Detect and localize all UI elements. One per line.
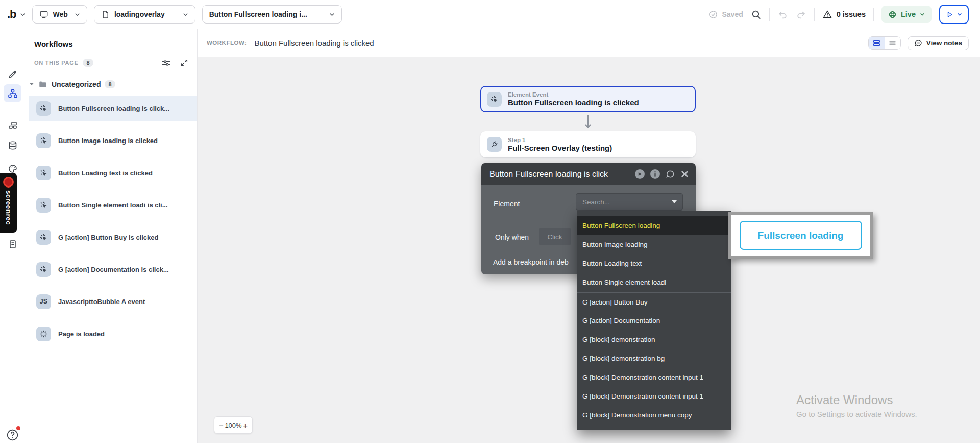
chevron-down-icon (920, 12, 925, 17)
issues-button[interactable]: 0 issues (822, 9, 866, 19)
database-icon[interactable] (4, 136, 21, 154)
workflow-quick-select[interactable]: Button Fullscreen loading i... (202, 5, 342, 24)
workflow-list-item[interactable]: JS JavascripttoBubble A event (29, 289, 197, 314)
workflow-item-label: Button Fullscreen loading is click... (58, 105, 169, 112)
element-event-icon (36, 166, 51, 180)
dropdown-option[interactable]: G [block] Demonstration content input 1 (577, 387, 731, 406)
dropdown-option[interactable]: G [action] Button Buy (577, 292, 731, 311)
environment-label: Web (53, 10, 68, 18)
top-toolbar: .b Web loadingoverlay (0, 0, 980, 29)
list-view-icon[interactable] (885, 37, 900, 49)
step-card[interactable]: Step 1 Full-Screen Overlay (testing) (480, 131, 696, 157)
dropdown-option[interactable]: Button Loading text (577, 254, 731, 273)
only-when-value-box[interactable]: Click (539, 228, 571, 245)
plugin-action-icon (487, 137, 502, 152)
popup-title-bar[interactable]: Button Fullscreen loading is click (481, 163, 696, 185)
view-notes-label: View notes (926, 39, 962, 47)
element-search-placeholder: Search... (582, 198, 672, 206)
workflow-list-item[interactable]: Button Image loading is clicked (29, 128, 197, 153)
dropdown-option[interactable]: Button Single element loadi (577, 273, 731, 292)
run-event-icon[interactable] (635, 169, 645, 179)
close-icon[interactable] (681, 170, 689, 178)
element-event-icon (487, 92, 502, 107)
workflows-panel: Workflows ON THIS PAGE 8 Uncategorized 8 (25, 29, 198, 443)
scope-actions (161, 58, 189, 68)
event-card-title: Button Fullscreen loading is clicked (508, 98, 639, 107)
left-nav-sidebar: O (0, 29, 25, 443)
notification-dot (16, 426, 20, 430)
fullscreen-loading-button-preview[interactable]: Fullscreen loading (740, 221, 862, 250)
workflow-list-item[interactable]: Button Single element loadi is cli... (29, 193, 197, 217)
comment-bubble-icon[interactable] (666, 169, 675, 179)
filter-sliders-icon[interactable] (161, 58, 171, 68)
logs-icon[interactable] (4, 235, 21, 253)
sidebar-divider (4, 105, 21, 105)
event-card-text: Element Event Button Fullscreen loading … (508, 91, 639, 107)
note-bubble-icon (914, 39, 923, 48)
workflow-item-label: Page is loaded (58, 330, 105, 338)
popup-title: Button Fullscreen loading is click (489, 170, 635, 179)
workflow-list-item[interactable]: Button Fullscreen loading is click... (29, 96, 197, 121)
workflow-list-item[interactable]: G [action] Button Buy is clicked (29, 225, 197, 249)
element-event-icon (36, 133, 51, 148)
screenrec-label: screenrec (5, 190, 12, 225)
issues-label: 0 issues (837, 10, 866, 18)
zoom-in-button[interactable]: + (243, 421, 248, 430)
components-icon[interactable] (4, 116, 21, 134)
bubble-logo-menu[interactable]: .b (7, 8, 26, 21)
workflow-item-label: Button Single element loadi is cli... (58, 201, 168, 209)
record-icon (3, 177, 14, 188)
dropdown-option[interactable]: Button Image loading (577, 235, 731, 254)
screenrec-overlay[interactable]: screenrec (0, 173, 17, 233)
info-icon[interactable] (650, 169, 660, 179)
page-load-spinner-icon (36, 327, 51, 341)
scope-count-badge: 8 (83, 59, 93, 67)
globe-icon (888, 10, 897, 19)
bubble-logo: .b (7, 8, 16, 21)
element-event-icon (36, 101, 51, 116)
workflow-list-item[interactable]: G [action] Documentation is click... (29, 257, 197, 282)
dropdown-option[interactable]: G [block] Demonstration content input 1 (577, 368, 731, 387)
expand-panel-icon[interactable] (180, 58, 189, 68)
workflow-list-item[interactable]: Page is loaded (29, 321, 197, 346)
undo-icon[interactable] (777, 9, 788, 20)
page-icon (101, 10, 110, 19)
dropdown-option[interactable]: G [action] Documentation (577, 311, 731, 330)
design-pencil-icon[interactable] (4, 65, 21, 83)
event-card[interactable]: Element Event Button Fullscreen loading … (480, 86, 696, 112)
folder-uncategorized[interactable]: Uncategorized 8 (29, 78, 115, 91)
monitor-icon (39, 10, 48, 19)
dropdown-option[interactable]: Button Fullscreen loading (577, 216, 731, 235)
saved-status: Saved (708, 10, 743, 19)
zoom-out-button[interactable]: − (219, 421, 224, 430)
workflow-item-label: Button Loading text is clicked (58, 169, 153, 177)
bubble-editor-window: .b Web loadingoverlay (0, 0, 980, 443)
live-button[interactable]: Live (881, 6, 932, 23)
step-card-text: Step 1 Full-Screen Overlay (testing) (508, 137, 612, 152)
step-card-title: Full-Screen Overlay (testing) (508, 144, 612, 152)
help-button[interactable] (4, 427, 21, 443)
dropdown-option[interactable]: G [block] demonstration (577, 330, 731, 349)
card-view-icon[interactable] (869, 37, 885, 49)
dropdown-option[interactable]: G [block] Demonstration menu copy (577, 406, 731, 425)
workflow-list-item[interactable]: Button Loading text is clicked (29, 160, 197, 185)
divider (769, 8, 770, 21)
element-dropdown-list: Button Fullscreen loadingButton Image lo… (577, 211, 731, 430)
page-select[interactable]: loadingoverlay (94, 5, 195, 24)
environment-select[interactable]: Web (32, 5, 87, 24)
chevron-down-icon (329, 12, 335, 17)
dropdown-option[interactable]: G [block] demonstration bg (577, 349, 731, 368)
workflow-item-label: JavascripttoBubble A event (58, 298, 145, 306)
preview-run-button[interactable] (939, 5, 969, 24)
warning-triangle-icon (822, 9, 832, 19)
workflow-tab-icon[interactable] (4, 84, 21, 102)
view-notes-button[interactable]: View notes (908, 36, 969, 50)
workflow-item-label: G [action] Documentation is click... (58, 266, 169, 273)
element-search-select[interactable]: Search... (576, 193, 683, 211)
selected-element-frame[interactable]: Fullscreen loading (728, 212, 873, 259)
search-icon[interactable] (751, 9, 762, 20)
caret-down-icon (29, 82, 34, 87)
redo-icon[interactable] (796, 9, 806, 20)
tree-guide-line (29, 94, 29, 375)
play-icon (946, 11, 953, 18)
